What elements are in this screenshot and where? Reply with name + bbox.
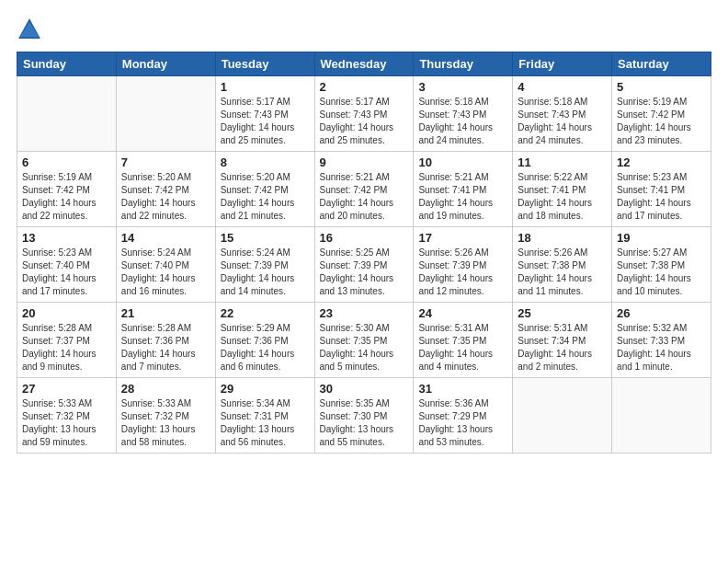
calendar-cell: 21Sunrise: 5:28 AM Sunset: 7:36 PM Dayli… xyxy=(116,303,215,378)
day-info: Sunrise: 5:25 AM Sunset: 7:39 PM Dayligh… xyxy=(320,247,409,298)
day-number: 29 xyxy=(221,382,310,396)
calendar-cell: 10Sunrise: 5:21 AM Sunset: 7:41 PM Dayli… xyxy=(414,152,513,227)
calendar-cell: 3Sunrise: 5:18 AM Sunset: 7:43 PM Daylig… xyxy=(414,76,513,152)
calendar-cell: 17Sunrise: 5:26 AM Sunset: 7:39 PM Dayli… xyxy=(414,227,513,303)
weekday-header-monday: Monday xyxy=(116,52,215,76)
day-number: 13 xyxy=(22,231,111,245)
day-number: 2 xyxy=(320,80,409,94)
day-info: Sunrise: 5:28 AM Sunset: 7:36 PM Dayligh… xyxy=(121,322,210,373)
weekday-header-wednesday: Wednesday xyxy=(314,52,414,76)
calendar-table: SundayMondayTuesdayWednesdayThursdayFrid… xyxy=(17,52,711,454)
day-info: Sunrise: 5:21 AM Sunset: 7:42 PM Dayligh… xyxy=(320,171,409,223)
calendar-cell: 2Sunrise: 5:17 AM Sunset: 7:43 PM Daylig… xyxy=(314,76,414,152)
day-info: Sunrise: 5:31 AM Sunset: 7:35 PM Dayligh… xyxy=(418,322,507,373)
weekday-header-tuesday: Tuesday xyxy=(215,52,314,76)
calendar-cell xyxy=(17,76,117,152)
day-number: 11 xyxy=(518,155,607,169)
calendar-cell: 1Sunrise: 5:17 AM Sunset: 7:43 PM Daylig… xyxy=(215,76,314,152)
calendar-cell: 15Sunrise: 5:24 AM Sunset: 7:39 PM Dayli… xyxy=(215,227,314,303)
calendar-cell: 27Sunrise: 5:33 AM Sunset: 7:32 PM Dayli… xyxy=(17,378,117,454)
day-info: Sunrise: 5:24 AM Sunset: 7:39 PM Dayligh… xyxy=(221,247,310,298)
calendar-cell: 4Sunrise: 5:18 AM Sunset: 7:43 PM Daylig… xyxy=(513,76,612,152)
day-info: Sunrise: 5:33 AM Sunset: 7:32 PM Dayligh… xyxy=(121,397,210,449)
day-number: 30 xyxy=(320,382,409,396)
day-number: 6 xyxy=(22,155,111,169)
page: SundayMondayTuesdayWednesdayThursdayFrid… xyxy=(0,0,728,563)
logo xyxy=(17,17,46,42)
calendar-cell xyxy=(612,378,711,454)
day-number: 31 xyxy=(418,382,507,396)
day-info: Sunrise: 5:17 AM Sunset: 7:43 PM Dayligh… xyxy=(320,96,409,147)
calendar-cell: 25Sunrise: 5:31 AM Sunset: 7:34 PM Dayli… xyxy=(513,303,612,378)
day-number: 7 xyxy=(121,155,210,169)
day-info: Sunrise: 5:33 AM Sunset: 7:32 PM Dayligh… xyxy=(22,397,111,449)
day-number: 4 xyxy=(518,80,607,94)
day-info: Sunrise: 5:27 AM Sunset: 7:38 PM Dayligh… xyxy=(617,247,706,298)
calendar-cell xyxy=(513,378,612,454)
weekday-header-saturday: Saturday xyxy=(612,52,711,76)
day-number: 17 xyxy=(418,231,507,245)
day-number: 18 xyxy=(518,231,607,245)
day-number: 20 xyxy=(22,306,111,320)
week-row-5: 27Sunrise: 5:33 AM Sunset: 7:32 PM Dayli… xyxy=(17,378,711,454)
day-info: Sunrise: 5:20 AM Sunset: 7:42 PM Dayligh… xyxy=(221,171,310,223)
day-number: 24 xyxy=(418,306,507,320)
day-number: 28 xyxy=(121,382,210,396)
day-info: Sunrise: 5:26 AM Sunset: 7:38 PM Dayligh… xyxy=(518,247,607,298)
week-row-3: 13Sunrise: 5:23 AM Sunset: 7:40 PM Dayli… xyxy=(17,227,711,303)
calendar-cell: 5Sunrise: 5:19 AM Sunset: 7:42 PM Daylig… xyxy=(612,76,711,152)
day-number: 21 xyxy=(121,306,210,320)
weekday-header-friday: Friday xyxy=(513,52,612,76)
header xyxy=(17,17,711,42)
calendar-cell: 22Sunrise: 5:29 AM Sunset: 7:36 PM Dayli… xyxy=(215,303,314,378)
day-info: Sunrise: 5:22 AM Sunset: 7:41 PM Dayligh… xyxy=(518,171,607,223)
calendar-cell: 7Sunrise: 5:20 AM Sunset: 7:42 PM Daylig… xyxy=(116,152,215,227)
weekday-header-row: SundayMondayTuesdayWednesdayThursdayFrid… xyxy=(17,52,711,76)
calendar-cell: 13Sunrise: 5:23 AM Sunset: 7:40 PM Dayli… xyxy=(17,227,117,303)
calendar-cell: 9Sunrise: 5:21 AM Sunset: 7:42 PM Daylig… xyxy=(314,152,414,227)
day-info: Sunrise: 5:32 AM Sunset: 7:33 PM Dayligh… xyxy=(617,322,706,373)
day-number: 23 xyxy=(320,306,409,320)
day-number: 25 xyxy=(518,306,607,320)
day-number: 19 xyxy=(617,231,706,245)
calendar-cell xyxy=(116,76,215,152)
day-info: Sunrise: 5:19 AM Sunset: 7:42 PM Dayligh… xyxy=(617,96,706,147)
day-number: 10 xyxy=(418,155,507,169)
day-info: Sunrise: 5:23 AM Sunset: 7:41 PM Dayligh… xyxy=(617,171,706,223)
day-info: Sunrise: 5:23 AM Sunset: 7:40 PM Dayligh… xyxy=(22,247,111,298)
day-info: Sunrise: 5:30 AM Sunset: 7:35 PM Dayligh… xyxy=(320,322,409,373)
calendar-cell: 14Sunrise: 5:24 AM Sunset: 7:40 PM Dayli… xyxy=(116,227,215,303)
week-row-2: 6Sunrise: 5:19 AM Sunset: 7:42 PM Daylig… xyxy=(17,152,711,227)
calendar-cell: 18Sunrise: 5:26 AM Sunset: 7:38 PM Dayli… xyxy=(513,227,612,303)
calendar-cell: 6Sunrise: 5:19 AM Sunset: 7:42 PM Daylig… xyxy=(17,152,117,227)
calendar-cell: 20Sunrise: 5:28 AM Sunset: 7:37 PM Dayli… xyxy=(17,303,117,378)
calendar-cell: 31Sunrise: 5:36 AM Sunset: 7:29 PM Dayli… xyxy=(414,378,513,454)
day-info: Sunrise: 5:29 AM Sunset: 7:36 PM Dayligh… xyxy=(221,322,310,373)
day-number: 9 xyxy=(320,155,409,169)
weekday-header-sunday: Sunday xyxy=(17,52,117,76)
day-info: Sunrise: 5:31 AM Sunset: 7:34 PM Dayligh… xyxy=(518,322,607,373)
calendar-cell: 11Sunrise: 5:22 AM Sunset: 7:41 PM Dayli… xyxy=(513,152,612,227)
day-number: 26 xyxy=(617,306,706,320)
day-number: 27 xyxy=(22,382,111,396)
day-info: Sunrise: 5:18 AM Sunset: 7:43 PM Dayligh… xyxy=(518,96,607,147)
day-number: 5 xyxy=(617,80,706,94)
day-info: Sunrise: 5:20 AM Sunset: 7:42 PM Dayligh… xyxy=(121,171,210,223)
svg-marker-1 xyxy=(20,22,39,37)
day-info: Sunrise: 5:35 AM Sunset: 7:30 PM Dayligh… xyxy=(320,397,409,449)
day-number: 12 xyxy=(617,155,706,169)
week-row-1: 1Sunrise: 5:17 AM Sunset: 7:43 PM Daylig… xyxy=(17,76,711,152)
calendar-cell: 29Sunrise: 5:34 AM Sunset: 7:31 PM Dayli… xyxy=(215,378,314,454)
calendar-cell: 16Sunrise: 5:25 AM Sunset: 7:39 PM Dayli… xyxy=(314,227,414,303)
calendar-cell: 28Sunrise: 5:33 AM Sunset: 7:32 PM Dayli… xyxy=(116,378,215,454)
day-info: Sunrise: 5:21 AM Sunset: 7:41 PM Dayligh… xyxy=(418,171,507,223)
day-info: Sunrise: 5:24 AM Sunset: 7:40 PM Dayligh… xyxy=(121,247,210,298)
weekday-header-thursday: Thursday xyxy=(414,52,513,76)
day-info: Sunrise: 5:26 AM Sunset: 7:39 PM Dayligh… xyxy=(418,247,507,298)
day-number: 15 xyxy=(221,231,310,245)
day-info: Sunrise: 5:17 AM Sunset: 7:43 PM Dayligh… xyxy=(221,96,310,147)
day-number: 16 xyxy=(320,231,409,245)
logo-icon xyxy=(17,17,42,42)
calendar-cell: 19Sunrise: 5:27 AM Sunset: 7:38 PM Dayli… xyxy=(612,227,711,303)
day-info: Sunrise: 5:34 AM Sunset: 7:31 PM Dayligh… xyxy=(221,397,310,449)
